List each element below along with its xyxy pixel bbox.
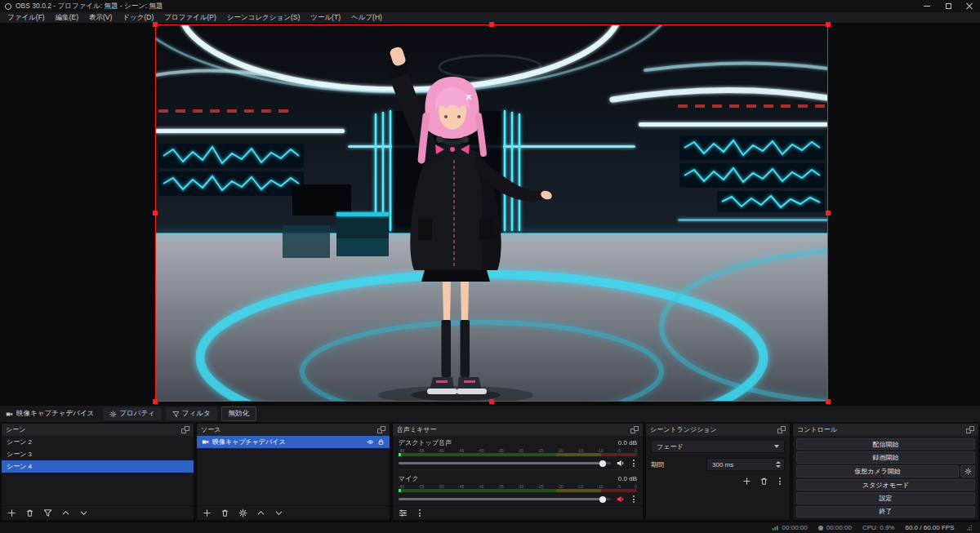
controls-dock-header: コントロール <box>793 424 978 436</box>
network-signal-icon <box>772 524 779 531</box>
lock-icon[interactable] <box>377 438 385 446</box>
selected-source-label: 映像キャプチャデバイス <box>16 409 94 419</box>
menu-scene-collection[interactable]: シーンコレクション(S) <box>222 12 305 24</box>
scene-item[interactable]: シーン 2 <box>2 436 194 448</box>
move-scene-up-icon[interactable] <box>61 509 70 517</box>
sources-dock-header: ソース <box>197 424 390 436</box>
menu-help[interactable]: ヘルプ(H) <box>346 12 387 24</box>
sources-dock: ソース 映像キャプチャデバイス <box>196 423 390 521</box>
scene-filters-icon[interactable] <box>43 509 52 517</box>
menu-edit[interactable]: 編集(E) <box>51 12 83 24</box>
menu-tools[interactable]: ツール(T) <box>305 12 345 24</box>
settings-button[interactable]: 設定 <box>796 492 975 504</box>
remove-transition-icon[interactable] <box>760 477 768 486</box>
virtual-camera-config-button[interactable] <box>960 465 975 477</box>
docks-area: シーン シーン 2 シーン 3 シーン 4 ソース <box>0 422 980 522</box>
visibility-eye-icon[interactable] <box>367 438 374 446</box>
camera-icon <box>6 411 13 418</box>
add-source-icon[interactable] <box>203 509 212 517</box>
properties-label: プロパティ <box>119 409 155 419</box>
titlebar: OBS 30.0.2 - プロファイル: 無題 - シーン: 無題 <box>0 0 980 12</box>
transition-select[interactable]: フェード <box>651 440 785 453</box>
properties-button[interactable]: プロパティ <box>103 407 162 420</box>
resize-handle-w[interactable] <box>153 211 158 215</box>
obs-window: OBS 30.0.2 - プロファイル: 無題 - シーン: 無題 ファイル(F… <box>0 0 980 533</box>
volume-meter <box>399 489 637 492</box>
move-scene-down-icon[interactable] <box>79 509 88 517</box>
vtuber-scene <box>155 24 828 402</box>
mixer-channel-mic: マイク 0.0 dB -60-55-50-45-40-35-30-25-20-1… <box>393 472 643 505</box>
scene-item-selected[interactable]: シーン 4 <box>2 460 194 473</box>
exit-button[interactable]: 終了 <box>796 506 975 517</box>
add-transition-icon[interactable] <box>742 477 751 486</box>
record-dot-icon <box>818 526 823 531</box>
move-source-up-icon[interactable] <box>256 509 265 517</box>
obs-logo-icon <box>5 3 11 10</box>
mixer-settings-icon[interactable] <box>399 509 408 517</box>
popout-icon[interactable] <box>966 426 974 433</box>
start-streaming-button[interactable]: 配信開始 <box>796 438 975 450</box>
scene-item[interactable]: シーン 3 <box>2 448 194 460</box>
program-preview[interactable] <box>155 24 828 402</box>
fader-handle[interactable] <box>599 460 606 467</box>
fader-handle[interactable] <box>599 496 606 503</box>
transition-menu-icon[interactable] <box>777 477 783 485</box>
volume-fader[interactable] <box>399 462 611 464</box>
chevron-down-icon <box>774 445 779 448</box>
resize-handle-sw[interactable] <box>153 399 158 404</box>
speaker-icon[interactable] <box>616 459 626 468</box>
menu-view[interactable]: 表示(V) <box>84 12 117 24</box>
start-virtual-camera-button[interactable]: 仮想カメラ開始 <box>796 465 959 477</box>
source-item-selected[interactable]: 映像キャプチャデバイス <box>197 436 390 448</box>
duration-value: 300 ms <box>712 461 733 469</box>
channel-name: デスクトップ音声 <box>399 438 452 447</box>
spin-up-icon[interactable] <box>776 461 781 464</box>
resize-handle-ne[interactable] <box>826 22 831 27</box>
channel-menu-icon[interactable] <box>630 495 637 503</box>
stream-time: 00:00:00 <box>772 524 808 531</box>
maximize-button[interactable] <box>938 0 959 12</box>
resize-handle-n[interactable] <box>489 22 494 27</box>
scenes-toolbar <box>2 505 194 520</box>
move-source-down-icon[interactable] <box>274 509 283 517</box>
sources-dock-title: ソース <box>201 425 220 434</box>
menu-file[interactable]: ファイル(F) <box>2 12 50 24</box>
gear-icon <box>964 468 972 475</box>
resize-grip[interactable] <box>967 525 973 531</box>
mixer-menu-icon[interactable] <box>416 509 423 517</box>
speaker-muted-icon[interactable] <box>616 495 626 504</box>
resize-handle-se[interactable] <box>826 399 831 404</box>
filters-label: フィルタ <box>182 409 211 419</box>
start-recording-button[interactable]: 録画開始 <box>796 451 975 463</box>
mixer-dock-header: 音声ミキサー <box>393 424 643 436</box>
popout-icon[interactable] <box>181 426 189 433</box>
source-properties-gear-icon[interactable] <box>238 509 247 517</box>
deactivate-button[interactable]: 無効化 <box>221 406 257 421</box>
popout-icon[interactable] <box>377 426 385 433</box>
duration-spinbox[interactable]: 300 ms <box>706 458 785 471</box>
studio-mode-button[interactable]: スタジオモード <box>796 479 975 491</box>
popout-icon[interactable] <box>777 426 786 433</box>
resize-handle-e[interactable] <box>826 211 831 215</box>
popout-icon[interactable] <box>630 426 639 433</box>
funnel-icon <box>172 411 180 418</box>
controls-dock-title: コントロール <box>797 425 837 434</box>
minimize-button[interactable] <box>916 0 938 12</box>
spin-down-icon[interactable] <box>776 465 781 468</box>
resize-handle-s[interactable] <box>489 399 494 404</box>
sources-toolbar <box>197 505 390 520</box>
filters-button[interactable]: フィルタ <box>166 407 217 420</box>
remove-scene-icon[interactable] <box>25 509 34 517</box>
record-time: 00:00:00 <box>818 524 852 531</box>
resize-handle-nw[interactable] <box>153 22 158 27</box>
add-scene-icon[interactable] <box>7 509 16 517</box>
mixer-channel-desktop: デスクトップ音声 0.0 dB -60-55-50-45-40-35-30-25… <box>393 436 643 472</box>
mixer-dock-title: 音声ミキサー <box>397 425 437 434</box>
close-button[interactable] <box>959 0 980 12</box>
volume-fader[interactable] <box>399 498 611 500</box>
fps-counter: 60.0 / 60.00 FPS <box>905 524 954 531</box>
remove-source-icon[interactable] <box>220 509 229 517</box>
menu-profile[interactable]: プロファイル(P) <box>159 12 221 24</box>
channel-menu-icon[interactable] <box>630 460 637 467</box>
channel-db-value: 0.0 dB <box>618 475 637 482</box>
